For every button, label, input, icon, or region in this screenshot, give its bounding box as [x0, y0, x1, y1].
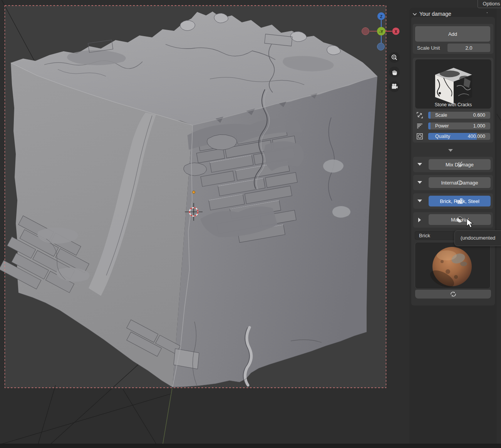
quality-slider[interactable]: Quality 400.000 [428, 133, 490, 140]
magnifier-plus-icon [391, 54, 398, 61]
gizmo-front-axis-ball[interactable]: -Y [377, 27, 385, 35]
internal-damage-label: Internal Damage [441, 180, 478, 186]
power-slider-value: 1.000 [473, 122, 485, 129]
more-options-arrow[interactable] [448, 149, 453, 152]
gizmo-axis-neg-x-ball[interactable] [362, 28, 369, 35]
mix-damage-expand-arrow[interactable] [417, 163, 422, 166]
falloff-lines-icon [417, 123, 423, 129]
power-slider[interactable]: Power 1.000 [428, 122, 490, 129]
brick-rock-steel-button[interactable]: Brick, Rock, Steel [429, 196, 491, 206]
gizmo-front-label: -Y [379, 30, 383, 34]
preset-preview-card[interactable]: Stone with Cracks [415, 59, 492, 109]
brick-rock-steel-expand-arrow[interactable] [417, 200, 422, 202]
quality-slider-value: 400.000 [468, 133, 485, 140]
power-slider-fill [428, 122, 431, 129]
gizmo-z-label: Z [380, 15, 382, 19]
preset-caption: Stone with Cracks [415, 102, 491, 107]
chevron-down-icon[interactable] [412, 13, 417, 16]
gizmo-x-label: X [395, 30, 397, 34]
scale-slider-fill [428, 112, 431, 119]
sidebar-panel-region: Your damage Add Scale Unit 2.0 Stone wit… [409, 8, 497, 444]
internal-damage-button[interactable]: Internal Damage [429, 177, 491, 188]
tooltip-text: (undocumented [461, 235, 495, 241]
scale-unit-label: Scale Unit [417, 45, 440, 51]
hand-icon [391, 69, 398, 76]
options-button-label: Options [483, 1, 500, 7]
internal-damage-expand-arrow[interactable] [417, 181, 422, 184]
scale-slider-value: 0.600 [473, 112, 485, 119]
refresh-cycle-icon [450, 291, 457, 297]
grip-dots-icon[interactable] [487, 12, 494, 15]
mix-damage-label: Mix Damage [446, 162, 474, 168]
options-button[interactable]: Options [478, 0, 501, 8]
scale-slider-label: Scale [435, 112, 447, 119]
gizmo-axis-z-ball[interactable]: Z [377, 12, 385, 20]
brick-rock-steel-label: Brick, Rock, Steel [440, 198, 479, 204]
tooltip: (undocumented [454, 230, 501, 246]
zoom-tool-button[interactable] [389, 52, 400, 63]
pan-tool-button[interactable] [389, 67, 400, 77]
add-button-label: Add [448, 31, 457, 37]
material-expand-arrow[interactable] [418, 218, 421, 222]
stone-cube-thumbnail [415, 59, 492, 109]
scale-unit-field[interactable]: 2.0 [447, 44, 490, 52]
material-sphere-preview [415, 242, 491, 289]
camera-view-button[interactable] [389, 81, 400, 92]
mouse-cursor [466, 218, 475, 230]
material-button[interactable]: Material [429, 214, 491, 225]
circle-in-square-icon [417, 133, 423, 139]
refresh-material-button[interactable] [415, 290, 491, 299]
panel-title[interactable]: Your damage [419, 11, 451, 17]
navigation-gizmo[interactable]: Z X -Y [358, 8, 404, 55]
scale-unit-value: 2.0 [465, 45, 472, 51]
scale-slider[interactable]: Scale 0.600 [428, 112, 490, 119]
add-button[interactable]: Add [415, 26, 490, 42]
camera-icon [391, 83, 398, 91]
material-select-value: Brick [419, 233, 430, 238]
quality-slider-label: Quality [435, 133, 450, 140]
gizmo-axis-x-ball[interactable]: X [392, 28, 400, 35]
gizmo-axis-neg-z-ball[interactable] [377, 43, 385, 50]
object-origin-dot [193, 191, 195, 194]
mix-damage-button[interactable]: Mix Damage [429, 159, 491, 170]
fullscreen-arrows-icon [417, 112, 423, 118]
material-preview-card[interactable] [415, 242, 491, 289]
status-strip [0, 444, 501, 448]
power-slider-label: Power [435, 122, 449, 129]
